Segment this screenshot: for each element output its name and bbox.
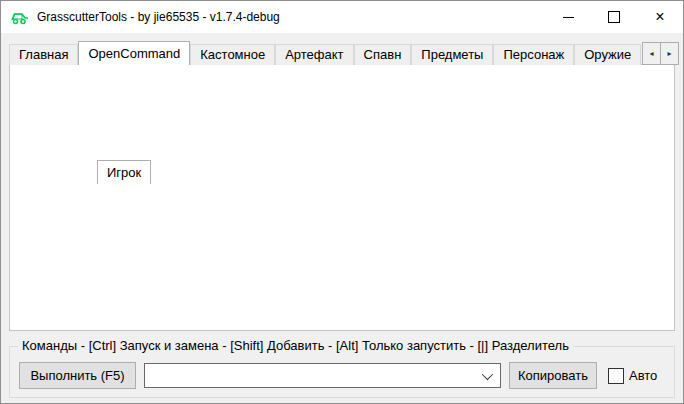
window-title: GrasscutterTools - by jie65535 - v1.7.4-… [37,10,280,24]
tab-igrok[interactable]: Игрок [97,160,151,184]
tab-oruzhie[interactable]: Оружие [574,44,641,65]
maximize-icon [608,11,620,23]
run-button[interactable]: Выполнить (F5) [19,362,136,389]
app-window: GrasscutterTools - by jie65535 - v1.7.4-… [0,0,684,404]
minimize-button[interactable] [545,1,591,33]
tab-personazh[interactable]: Персонаж [493,44,574,65]
close-button[interactable]: × [637,1,683,33]
minimize-icon [563,17,574,18]
tab-glavnaya[interactable]: Главная [9,44,78,65]
tab-scroll-left-icon[interactable]: ◂ [642,42,661,65]
chevron-down-icon[interactable] [482,368,493,379]
auto-checkbox[interactable] [608,368,624,384]
title-bar: GrasscutterTools - by jie65535 - v1.7.4-… [1,1,683,33]
tab-scroll-buttons: ◂ ▸ [643,42,679,65]
tab-spavn[interactable]: Спавн [354,44,412,65]
tab-predmety[interactable]: Предметы [411,44,493,65]
copy-button[interactable]: Копировать [509,362,597,389]
window-controls: × [545,1,683,33]
auto-checkbox-label: Авто [629,368,657,383]
maximize-button[interactable] [591,1,637,33]
close-icon: × [655,9,664,25]
tab-scroll-right-icon[interactable]: ▸ [660,42,679,65]
tab-artefakt[interactable]: Артефакт [275,44,353,65]
tab-kastomnoe[interactable]: Кастомное [190,44,275,65]
tab-opencommand[interactable]: OpenCommand [78,41,190,65]
opencommand-tab-page [9,64,675,331]
command-combobox[interactable] [144,363,501,388]
main-tab-strip: Главная OpenCommand Кастомное Артефакт С… [9,41,641,65]
grasscutter-cart-icon [10,10,30,25]
commands-group-title: Команды - [Ctrl] Запуск и замена - [Shif… [18,338,573,353]
